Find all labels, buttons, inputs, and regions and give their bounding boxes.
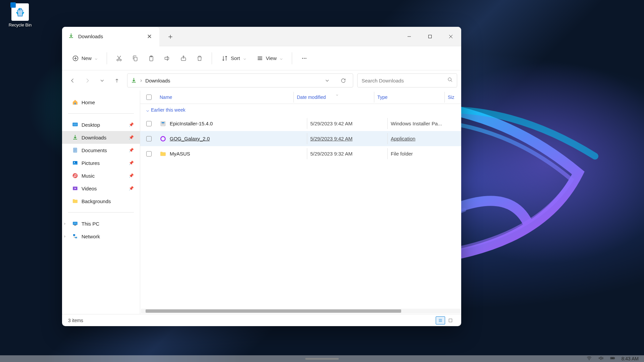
row-checkbox[interactable] bbox=[146, 121, 152, 126]
horizontal-scrollbar[interactable] bbox=[141, 309, 461, 313]
search-input[interactable] bbox=[362, 78, 447, 83]
sidebar-item-pictures[interactable]: Pictures 📌 bbox=[62, 157, 140, 169]
column-size[interactable]: Siz bbox=[448, 95, 461, 100]
back-button[interactable] bbox=[66, 74, 79, 87]
file-row[interactable]: GOG_Galaxy_2.0 5/29/2023 9:42 AM Applica… bbox=[140, 131, 461, 146]
pictures-icon bbox=[72, 160, 78, 166]
maximize-button[interactable] bbox=[420, 27, 440, 46]
svg-rect-57 bbox=[614, 358, 614, 359]
column-name[interactable]: Name bbox=[160, 95, 297, 100]
sidebar-item-music[interactable]: Music 📌 bbox=[62, 169, 140, 182]
select-all-checkbox[interactable] bbox=[146, 95, 152, 100]
svg-rect-56 bbox=[611, 358, 614, 359]
chevron-down-icon: ⌵ bbox=[244, 56, 246, 61]
tab-downloads[interactable]: Downloads ✕ bbox=[62, 27, 159, 46]
sidebar-item-network[interactable]: › Network bbox=[62, 230, 140, 243]
pc-icon bbox=[72, 221, 78, 227]
tab-close-button[interactable]: ✕ bbox=[146, 32, 153, 42]
recycle-bin-label: Recycle Bin bbox=[5, 22, 35, 27]
sort-indicator-icon: ⌵ bbox=[336, 93, 338, 96]
pin-icon[interactable]: 📌 bbox=[129, 148, 134, 153]
sidebar-item-downloads[interactable]: Downloads 📌 bbox=[62, 131, 140, 144]
sidebar-item-home[interactable]: Home bbox=[62, 96, 140, 109]
svg-rect-42 bbox=[73, 234, 75, 236]
share-button[interactable] bbox=[177, 52, 190, 65]
download-icon bbox=[68, 33, 74, 40]
new-tab-button[interactable]: ＋ bbox=[159, 32, 181, 42]
file-type: Application bbox=[391, 136, 461, 141]
svg-rect-1 bbox=[429, 35, 432, 38]
copy-button[interactable] bbox=[128, 52, 142, 65]
sidebar: Home Desktop 📌 Downloads 📌 Documents bbox=[62, 90, 140, 314]
file-row[interactable]: MyASUS 5/29/2023 9:32 AM File folder bbox=[140, 146, 461, 161]
address-bar[interactable]: › Downloads bbox=[127, 73, 353, 87]
network-icon bbox=[72, 233, 78, 239]
group-header[interactable]: ⌵ Earlier this week bbox=[140, 104, 461, 116]
thumbnails-view-button[interactable] bbox=[446, 316, 455, 324]
pin-icon[interactable]: 📌 bbox=[129, 135, 134, 140]
sidebar-item-videos[interactable]: Videos 📌 bbox=[62, 182, 140, 195]
chevron-right-icon[interactable]: › bbox=[64, 221, 65, 226]
paste-button[interactable] bbox=[145, 52, 158, 65]
svg-rect-41 bbox=[74, 225, 76, 226]
file-date: 5/29/2023 9:42 AM bbox=[310, 136, 391, 141]
details-view-button[interactable] bbox=[436, 316, 445, 324]
refresh-button[interactable] bbox=[337, 74, 350, 87]
svg-point-23 bbox=[304, 58, 305, 59]
volume-icon[interactable] bbox=[598, 355, 604, 362]
row-checkbox[interactable] bbox=[146, 136, 152, 141]
download-icon bbox=[72, 134, 78, 140]
file-type: Windows Installer Pa... bbox=[391, 121, 461, 126]
new-button[interactable]: New ⌵ bbox=[68, 52, 101, 64]
delete-button[interactable] bbox=[193, 52, 206, 65]
column-headers: Name Date modified⌵ Type Siz bbox=[140, 90, 461, 104]
folder-icon bbox=[160, 150, 166, 157]
sidebar-item-backgrounds[interactable]: Backgrounds bbox=[62, 195, 140, 207]
chevron-down-icon: ⌵ bbox=[280, 56, 282, 61]
clock[interactable]: 8:43 AM bbox=[622, 356, 639, 361]
svg-rect-29 bbox=[73, 123, 77, 126]
search-box[interactable] bbox=[357, 73, 457, 87]
rename-button[interactable] bbox=[161, 52, 174, 65]
sidebar-item-desktop[interactable]: Desktop 📌 bbox=[62, 118, 140, 131]
up-button[interactable] bbox=[110, 74, 123, 87]
home-icon bbox=[72, 99, 78, 105]
pin-icon[interactable]: 📌 bbox=[129, 122, 134, 127]
navigation-bar: › Downloads bbox=[62, 70, 461, 90]
pin-icon[interactable]: 📌 bbox=[129, 186, 134, 191]
svg-point-25 bbox=[448, 78, 451, 81]
column-type[interactable]: Type bbox=[377, 95, 448, 100]
sidebar-item-documents[interactable]: Documents 📌 bbox=[62, 144, 140, 157]
close-button[interactable] bbox=[440, 27, 461, 46]
installer-icon bbox=[160, 120, 166, 127]
file-explorer-window: Downloads ✕ ＋ New ⌵ Sort ⌵ View bbox=[62, 27, 461, 326]
titlebar[interactable]: Downloads ✕ ＋ bbox=[62, 27, 461, 46]
address-dropdown-button[interactable] bbox=[321, 74, 333, 87]
svg-rect-27 bbox=[74, 103, 76, 105]
more-button[interactable] bbox=[298, 52, 311, 65]
forward-button[interactable] bbox=[81, 74, 94, 87]
column-date[interactable]: Date modified⌵ bbox=[297, 95, 377, 100]
breadcrumb[interactable]: Downloads bbox=[145, 78, 170, 83]
battery-icon[interactable] bbox=[610, 355, 615, 362]
wifi-icon[interactable] bbox=[586, 355, 592, 362]
file-row[interactable]: EpicInstaller-15.4.0 5/29/2023 9:42 AM W… bbox=[140, 116, 461, 131]
item-count: 3 items bbox=[68, 318, 83, 323]
view-button[interactable]: View ⌵ bbox=[253, 52, 286, 64]
sort-button[interactable]: Sort ⌵ bbox=[217, 52, 250, 64]
toolbar: New ⌵ Sort ⌵ View ⌵ bbox=[62, 46, 461, 70]
pin-icon[interactable]: 📌 bbox=[129, 173, 134, 178]
chevron-right-icon[interactable]: › bbox=[64, 234, 65, 239]
taskbar[interactable]: 8:43 AM bbox=[0, 355, 644, 362]
sidebar-item-this-pc[interactable]: › This PC bbox=[62, 217, 140, 230]
recycle-bin-desktop-icon[interactable]: Recycle Bin bbox=[5, 3, 35, 27]
pin-icon[interactable]: 📌 bbox=[129, 161, 134, 165]
cut-button[interactable] bbox=[112, 52, 126, 65]
desktop-icon bbox=[72, 122, 78, 128]
row-checkbox[interactable] bbox=[146, 151, 152, 157]
recent-button[interactable] bbox=[96, 74, 108, 87]
svg-point-35 bbox=[74, 162, 75, 163]
svg-rect-11 bbox=[134, 57, 137, 61]
system-tray[interactable]: 8:43 AM bbox=[586, 355, 639, 362]
minimize-button[interactable] bbox=[399, 27, 420, 46]
